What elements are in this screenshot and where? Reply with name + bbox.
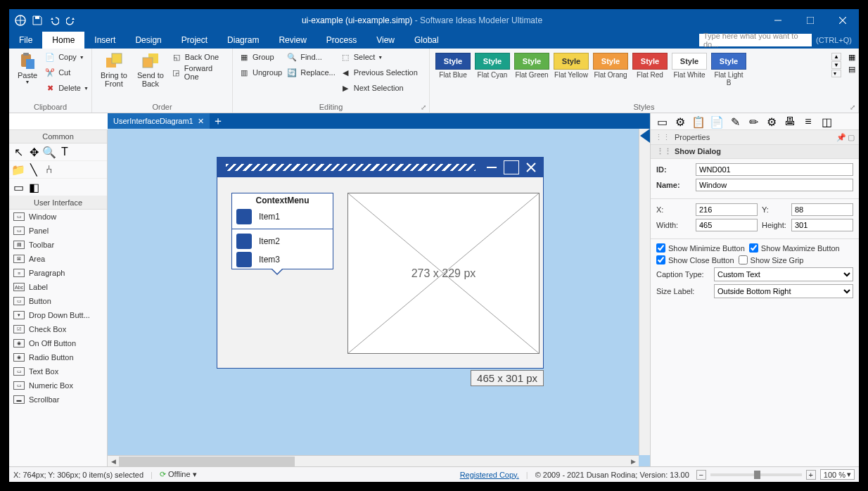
palette-item-check-box[interactable]: ☑Check Box (9, 322, 107, 336)
tab-add-button[interactable]: ＋ (210, 113, 226, 129)
cut-button[interactable]: ✂️Cut (44, 65, 89, 79)
prev-selection-button[interactable]: ◀Previous Selection (340, 65, 418, 79)
editing-launcher-icon[interactable]: ⤢ (419, 103, 428, 111)
menu-home[interactable]: Home (42, 32, 84, 49)
canvas-hscrollbar[interactable]: ◀▶ (108, 455, 639, 466)
status-offline[interactable]: ⟳ Offline ▾ (160, 470, 197, 479)
mock-context-menu[interactable]: ContextMenu Item1 Item2 Item3 (231, 193, 333, 269)
zoom-slider[interactable] (710, 473, 802, 476)
copy-button[interactable]: 📄Copy▼ (44, 50, 89, 64)
menu-process[interactable]: Process (317, 32, 366, 49)
show-grip-checkbox[interactable] (739, 255, 748, 264)
width-field[interactable] (696, 219, 758, 231)
caption-type-select[interactable]: Custom Text (714, 267, 853, 281)
style-scroll-down-icon[interactable]: ▼ (831, 61, 841, 69)
palette-item-paragraph[interactable]: ≡Paragraph (9, 266, 107, 280)
rtool-7-icon[interactable]: ⚙ (763, 114, 780, 129)
palette-common-header[interactable]: Common (9, 130, 107, 144)
zoom-value[interactable]: 100 % ▾ (820, 469, 855, 480)
forward-one-button[interactable]: ◲Forward One (171, 65, 226, 79)
menu-file[interactable]: File (9, 32, 42, 49)
props-section[interactable]: ⋮⋮Show Dialog (651, 144, 859, 159)
show-maximize-checkbox[interactable] (749, 243, 758, 253)
diagram-canvas[interactable]: ContextMenu Item1 Item2 Item3 273 x 229 … (108, 129, 639, 455)
find-button[interactable]: 🔍Find... (286, 50, 336, 64)
redo-icon[interactable] (64, 13, 78, 27)
menu-diagram[interactable]: Diagram (217, 32, 269, 49)
text-tool-icon[interactable]: T (57, 145, 72, 159)
ungroup-button[interactable]: ▥Ungroup (238, 65, 282, 79)
container-tool-icon[interactable]: ▭ (11, 180, 26, 194)
style-swatch-4[interactable]: Style (593, 53, 628, 70)
registered-link[interactable]: Registered Copy. (460, 471, 519, 479)
palette-item-area[interactable]: ⊠Area (9, 252, 107, 266)
canvas-vscrollbar[interactable] (639, 129, 650, 455)
show-minimize-checkbox[interactable] (656, 243, 665, 253)
zoom-out-button[interactable]: − (696, 470, 706, 480)
rtool-1-icon[interactable]: ▭ (653, 114, 670, 129)
style-scroll-up-icon[interactable]: ▲ (831, 53, 841, 60)
style-swatch-7[interactable]: Style (711, 53, 746, 70)
delete-button[interactable]: ✖Delete▼ (44, 81, 89, 95)
show-close-checkbox[interactable] (656, 255, 665, 264)
palette-item-drop-down-butt-[interactable]: ▾Drop Down Butt... (9, 308, 107, 322)
style-swatch-6[interactable]: Style (672, 53, 707, 70)
zoom-in-button[interactable]: + (806, 470, 816, 480)
palette-search-input[interactable] (9, 113, 112, 129)
rtool-5-icon[interactable]: ✎ (727, 114, 743, 129)
rtool-3-icon[interactable]: 📋 (690, 114, 707, 129)
mock-image-placeholder[interactable]: 273 x 229 px (347, 193, 540, 354)
tab-close-icon[interactable]: ✕ (198, 117, 204, 126)
diagram-tab[interactable]: UserInterfaceDiagram1 ✕ (108, 113, 210, 129)
rtool-4-icon[interactable]: 📄 (708, 114, 725, 129)
palette-item-panel[interactable]: ▭Panel (9, 224, 107, 238)
menu-insert[interactable]: Insert (84, 32, 125, 49)
palette-item-numeric-box[interactable]: ▭Numeric Box (9, 378, 107, 393)
style-tool2-icon[interactable]: ▤ (848, 65, 855, 74)
paste-button[interactable]: Paste▼ (15, 50, 40, 86)
pointer-tool-icon[interactable]: ↖ (11, 145, 26, 159)
palette-ui-header[interactable]: User Interface (9, 196, 107, 210)
rtool-9-icon[interactable]: ≡ (800, 114, 817, 129)
maximize-button[interactable] (794, 9, 826, 32)
palette-item-on-off-button[interactable]: ◉On Off Button (9, 336, 107, 350)
save-icon[interactable] (30, 13, 44, 27)
rtool-6-icon[interactable]: ✏ (745, 114, 762, 129)
close-button[interactable] (826, 9, 859, 32)
menu-design[interactable]: Design (125, 32, 171, 49)
palette-item-radio-button[interactable]: ◉Radio Button (9, 350, 107, 364)
line-tool-icon[interactable]: ╲ (26, 162, 42, 177)
style-swatch-3[interactable]: Style (554, 53, 589, 70)
style-tool1-icon[interactable]: ▦ (848, 53, 855, 62)
palette-item-label[interactable]: AbcLabel (9, 280, 107, 294)
styles-launcher-icon[interactable]: ⤢ (848, 103, 857, 111)
select-button[interactable]: ⬚Select▼ (340, 50, 418, 64)
mock-window[interactable]: ContextMenu Item1 Item2 Item3 273 x 229 … (217, 157, 544, 369)
menu-view[interactable]: View (366, 32, 404, 49)
size-label-select[interactable]: Outside Bottom Right (714, 284, 853, 298)
panel-close-icon[interactable]: ▢ (848, 133, 855, 142)
connector-tool-icon[interactable]: ⑃ (42, 162, 57, 177)
name-field[interactable] (696, 179, 853, 191)
menu-global[interactable]: Global (404, 32, 449, 49)
palette-item-window[interactable]: ▭Window (9, 210, 107, 224)
menu-review[interactable]: Review (269, 32, 316, 49)
style-swatch-5[interactable]: Style (632, 53, 668, 70)
id-field[interactable] (696, 163, 853, 176)
x-field[interactable] (696, 203, 758, 216)
style-swatch-1[interactable]: Style (475, 53, 510, 70)
back-one-button[interactable]: ◱Back One (171, 50, 226, 64)
style-swatch-2[interactable]: Style (514, 53, 549, 70)
undo-icon[interactable] (47, 13, 61, 27)
hand-tool-icon[interactable]: ✥ (26, 145, 42, 159)
style-swatch-0[interactable]: Style (435, 53, 471, 70)
panel-grip-icon[interactable]: ⋮⋮ (655, 133, 670, 142)
palette-item-toolbar[interactable]: ▤Toolbar (9, 238, 107, 252)
group-button[interactable]: ▦Group (238, 50, 282, 64)
folder-tool-icon[interactable]: 📁 (11, 162, 26, 177)
palette-item-scrollbar[interactable]: ▬Scrollbar (9, 393, 107, 407)
palette-item-button[interactable]: ▭Button (9, 294, 107, 308)
rtool-8-icon[interactable]: 🖶 (781, 114, 798, 129)
palette-item-text-box[interactable]: ▭Text Box (9, 364, 107, 378)
panel-pin-icon[interactable]: 📌 (836, 133, 846, 142)
